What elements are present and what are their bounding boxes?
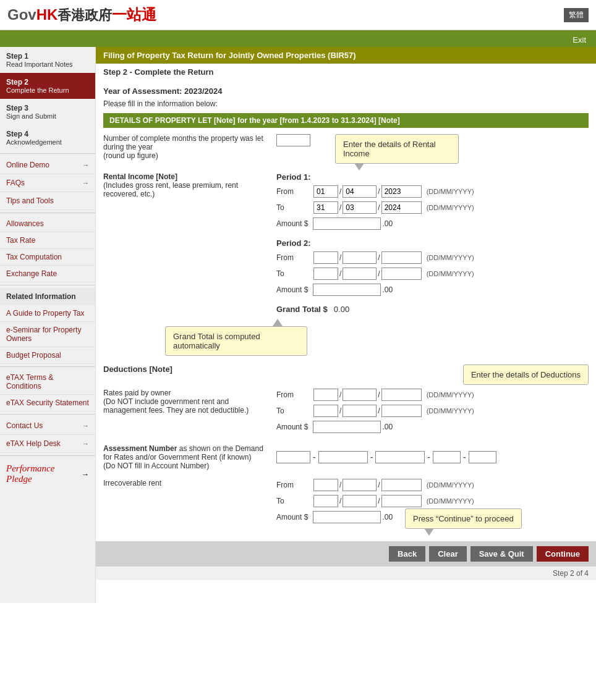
step4-label: Acknowledgement — [6, 138, 89, 146]
period1-from-yyyy[interactable] — [381, 185, 422, 198]
assessment-sep-2: - — [370, 452, 373, 462]
period2-from-dd[interactable] — [313, 251, 338, 264]
rates-to-yyyy[interactable] — [381, 405, 422, 417]
sidebar-divider-2 — [0, 213, 95, 213]
period1-to-mm[interactable] — [343, 201, 377, 214]
assessment-input-3[interactable] — [375, 451, 425, 463]
assessment-input-5[interactable] — [469, 451, 496, 463]
sidebar-step2[interactable]: Step 2 Complete the Return — [0, 73, 95, 99]
assessment-year: Year of Assessment: 2023/2024 — [103, 86, 589, 96]
sidebar-contact-label: Contact Us — [6, 421, 43, 430]
rates-from-yyyy[interactable] — [381, 389, 422, 401]
sidebar-step1[interactable]: Step 1 Read Important Notes — [0, 47, 95, 73]
sidebar-item-faqs[interactable]: FAQs → — [0, 174, 95, 192]
period1-amount-suffix: .00 — [382, 219, 393, 228]
period2-to-yyyy[interactable] — [381, 268, 422, 280]
period1-amount-input[interactable] — [313, 217, 381, 230]
clear-button[interactable]: Clear — [429, 546, 467, 562]
sidebar-item-tips-tools[interactable]: Tips and Tools — [0, 192, 95, 210]
step1-num: Step 1 — [6, 52, 89, 61]
assessment-input-1[interactable] — [276, 451, 310, 463]
grand-total-area: Grand Total $ 0.00 — [276, 305, 589, 314]
period1-from-mm[interactable] — [343, 185, 377, 198]
continue-button[interactable]: Continue — [537, 546, 589, 562]
performance-arrow: → — [81, 470, 89, 479]
rates-to-dd[interactable] — [313, 405, 338, 417]
rates-amount-input[interactable] — [313, 421, 381, 433]
irrecoverable-amount-input[interactable] — [313, 511, 381, 523]
period2-from-mm[interactable] — [343, 251, 377, 264]
step1-label: Read Important Notes — [6, 61, 89, 68]
irrecoverable-to-dd[interactable] — [313, 495, 338, 507]
sidebar-item-e-seminar[interactable]: e-Seminar for Property Owners — [0, 322, 95, 347]
action-bar: Back Clear Save & Quit Continue — [96, 541, 596, 567]
sep6: / — [378, 253, 380, 262]
sidebar-step4[interactable]: Step 4 Acknowledgement — [0, 125, 95, 151]
period1-to-dd[interactable] — [313, 201, 338, 214]
period1-amount-row: Amount $ .00 — [276, 217, 589, 230]
period1-from-dd[interactable] — [313, 185, 338, 198]
sep16: / — [378, 497, 380, 505]
rates-from-label: From — [276, 390, 313, 399]
assessment-input-4[interactable] — [433, 451, 461, 463]
lang-button[interactable]: 繁體 — [564, 8, 589, 22]
period1-from-date: / / (DD/MM/YYYY) — [313, 185, 474, 198]
step2-label: Complete the Return — [6, 86, 89, 94]
sidebar-item-tax-computation[interactable]: Tax Computation — [0, 249, 95, 266]
months-input[interactable] — [276, 134, 310, 146]
rates-from-dd[interactable] — [313, 389, 338, 401]
assessment-input-2[interactable] — [318, 451, 368, 463]
sidebar-item-etax-help[interactable]: eTAX Help Desk → — [0, 435, 95, 453]
sidebar-item-etax-security[interactable]: eTAX Security Statement — [0, 395, 95, 411]
rates-amount-label: Amount $ — [276, 423, 308, 431]
sep15: / — [339, 497, 341, 505]
period2-from-date: / / (DD/MM/YYYY) — [313, 251, 474, 264]
period1-to-date: / / (DD/MM/YYYY) — [313, 201, 474, 214]
sidebar-item-budget-proposal[interactable]: Budget Proposal — [0, 347, 95, 364]
grand-total-value: 0.00 — [334, 305, 349, 314]
period2-from-yyyy[interactable] — [381, 251, 422, 264]
deductions-title: Deductions [Note] — [103, 365, 451, 374]
irrecoverable-to-mm[interactable] — [343, 495, 377, 507]
assessment-number-title: Assessment Number — [103, 444, 177, 453]
rental-income-tooltip: Enter the details of Rental Income — [335, 134, 459, 164]
sidebar-step3[interactable]: Step 3 Sign and Submit — [0, 99, 95, 125]
sidebar-item-etax-terms[interactable]: eTAX Terms & Conditions — [0, 369, 95, 395]
irrecoverable-from-yyyy[interactable] — [381, 479, 422, 491]
sidebar-item-exchange-rate[interactable]: Exchange Rate — [0, 266, 95, 282]
contact-arrow: → — [82, 422, 89, 429]
grand-total-tooltip-wrapper: Grand Total is computed automatically — [165, 326, 307, 356]
online-demo-arrow: → — [82, 161, 89, 169]
irrecoverable-to-yyyy[interactable] — [381, 495, 422, 507]
sidebar-item-allowances[interactable]: Allowances — [0, 216, 95, 232]
sidebar-item-contact-us[interactable]: Contact Us → — [0, 417, 95, 435]
assessment-number-section: Assessment Number as shown on the Demand… — [103, 444, 589, 470]
sidebar-item-guide-property-tax[interactable]: A Guide to Property Tax — [0, 305, 95, 322]
sidebar-item-tax-rate[interactable]: Tax Rate — [0, 232, 95, 249]
tooltip-arrow-down — [354, 163, 364, 171]
irrecoverable-amount-label: Amount $ — [276, 513, 308, 521]
irrecoverable-amount-area: Amount $ .00 Press “Continue” to proceed — [276, 511, 522, 529]
period2-amount-input[interactable] — [313, 284, 381, 296]
back-button[interactable]: Back — [389, 546, 425, 562]
period2-block: Period 2: From / / (DD/MM/YYYY) — [276, 238, 589, 296]
logo-gov: Gov — [7, 6, 36, 23]
rates-to-mm[interactable] — [343, 405, 377, 417]
save-quit-button[interactable]: Save & Quit — [470, 546, 533, 562]
period2-to-mm[interactable] — [343, 268, 377, 280]
sep3: / — [339, 203, 341, 212]
period2-to-dd[interactable] — [313, 268, 338, 280]
sidebar-performance-pledge[interactable]: Performance Pledge → — [0, 458, 95, 489]
sep8: / — [378, 269, 380, 278]
step3-num: Step 3 — [6, 104, 89, 112]
irrecoverable-from-dd[interactable] — [313, 479, 338, 491]
period1-to-yyyy[interactable] — [381, 201, 422, 214]
exit-button[interactable]: Exit — [563, 33, 596, 47]
period1-from-format: (DD/MM/YYYY) — [427, 188, 474, 195]
rates-from-mm[interactable] — [343, 389, 377, 401]
irrecoverable-from-mm[interactable] — [343, 479, 377, 491]
assessment-sep-3: - — [427, 452, 430, 462]
period2-amount-suffix: .00 — [382, 285, 393, 294]
step-subtitle: Step 2 - Complete the Return — [96, 64, 596, 80]
sidebar-item-online-demo[interactable]: Online Demo → — [0, 156, 95, 174]
